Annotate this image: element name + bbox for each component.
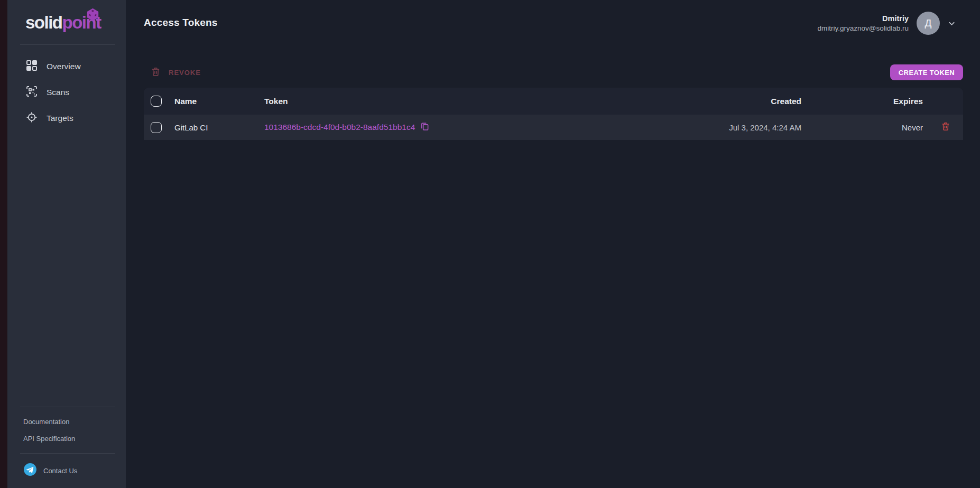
token-value-link[interactable]: 1013686b-cdcd-4f0d-b0b2-8aafd51bb1c4 xyxy=(264,123,415,132)
sidebar-links: Documentation API Specification xyxy=(7,407,126,453)
sidebar-spacer xyxy=(7,132,126,407)
user-email: dmitriy.gryaznov@solidlab.ru xyxy=(817,24,909,33)
revoke-label: REVOKE xyxy=(169,69,201,77)
user-name: Dmitriy xyxy=(817,14,909,24)
copy-button[interactable] xyxy=(420,122,429,133)
cube-icon xyxy=(86,7,100,24)
row-checkbox[interactable] xyxy=(151,122,162,133)
create-token-button[interactable]: CREATE TOKEN xyxy=(890,64,963,80)
token-expires: Never xyxy=(807,123,928,132)
link-documentation[interactable]: Documentation xyxy=(23,418,126,426)
access-tokens-table: Name Token Created Expires GitLab CI 101… xyxy=(144,88,963,140)
copy-icon xyxy=(420,122,429,133)
table-row: GitLab CI 1013686b-cdcd-4f0d-b0b2-8aafd5… xyxy=(144,115,963,140)
main-content: Access Tokens Dmitriy dmitriy.gryaznov@s… xyxy=(126,0,980,488)
column-header-created: Created xyxy=(643,97,807,106)
row-select-cell xyxy=(144,122,169,133)
toolbar: REVOKE CREATE TOKEN xyxy=(144,64,963,80)
table-header-row: Name Token Created Expires xyxy=(144,88,963,115)
main-header: Access Tokens Dmitriy dmitriy.gryaznov@s… xyxy=(144,0,963,38)
delete-token-button[interactable] xyxy=(941,122,950,133)
qr-scan-icon xyxy=(26,86,38,99)
token-name: GitLab CI xyxy=(169,123,259,132)
column-header-token: Token xyxy=(259,97,643,106)
token-created: Jul 3, 2024, 4:24 AM xyxy=(643,123,807,132)
link-api-specification[interactable]: API Specification xyxy=(23,435,126,443)
column-header-expires: Expires xyxy=(807,97,928,106)
window-edge-strip xyxy=(0,0,7,488)
trash-icon xyxy=(151,67,160,78)
contact-us-label: Contact Us xyxy=(43,467,77,475)
user-menu[interactable]: Dmitriy dmitriy.gryaznov@solidlab.ru Д xyxy=(817,12,956,35)
sidebar-item-label: Targets xyxy=(47,114,73,123)
crosshair-icon xyxy=(26,111,38,125)
sidebar-item-targets[interactable]: Targets xyxy=(7,106,126,130)
token-cell: 1013686b-cdcd-4f0d-b0b2-8aafd51bb1c4 xyxy=(259,122,643,133)
user-info: Dmitriy dmitriy.gryaznov@solidlab.ru xyxy=(817,14,909,33)
chevron-down-icon[interactable] xyxy=(948,20,956,27)
app-window: solidpoint xyxy=(0,0,980,488)
avatar-initial: Д xyxy=(925,17,932,29)
sidebar-item-scans[interactable]: Scans xyxy=(7,80,126,105)
revoke-button[interactable]: REVOKE xyxy=(144,67,201,78)
logo-text: solidpoint xyxy=(25,13,126,33)
select-all-checkbox[interactable] xyxy=(151,96,162,107)
sidebar-item-label: Overview xyxy=(47,62,81,71)
logo-text-solid: solid xyxy=(25,13,62,32)
telegram-icon xyxy=(23,463,37,478)
column-header-name: Name xyxy=(169,97,259,106)
select-all-cell xyxy=(144,96,169,107)
contact-us-link[interactable]: Contact Us xyxy=(7,454,126,488)
sidebar-nav: Overview Scans xyxy=(7,54,126,132)
dashboard-grid-icon xyxy=(26,60,38,73)
page-title: Access Tokens xyxy=(144,17,218,29)
logo[interactable]: solidpoint xyxy=(7,0,126,33)
row-actions xyxy=(928,122,963,133)
avatar[interactable]: Д xyxy=(917,12,940,35)
sidebar-divider-top xyxy=(20,44,115,45)
sidebar-item-label: Scans xyxy=(47,88,69,97)
trash-icon xyxy=(941,122,950,133)
sidebar-item-overview[interactable]: Overview xyxy=(7,54,126,79)
sidebar: solidpoint xyxy=(7,0,126,488)
